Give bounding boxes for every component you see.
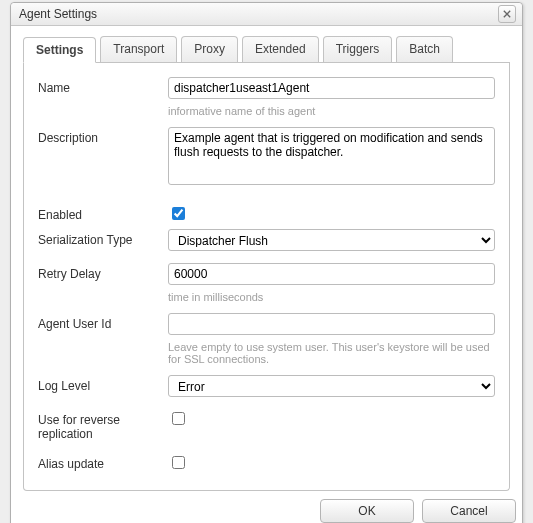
alias-update-label: Alias update — [38, 453, 168, 471]
description-label: Description — [38, 127, 168, 145]
row-alias-update: Alias update — [38, 453, 495, 472]
row-use-reverse: Use for reverse replication — [38, 409, 495, 441]
agent-settings-dialog: Agent Settings Settings Transport Proxy … — [10, 2, 523, 523]
use-reverse-checkbox[interactable] — [172, 412, 185, 425]
row-serialization-type: Serialization Type Dispatcher Flush — [38, 229, 495, 251]
retry-delay-input[interactable] — [168, 263, 495, 285]
close-button[interactable] — [498, 5, 516, 23]
row-log-level: Log Level Error — [38, 375, 495, 397]
row-description: Description Example agent that is trigge… — [38, 127, 495, 188]
tab-batch[interactable]: Batch — [396, 36, 453, 62]
row-name: Name — [38, 77, 495, 99]
tab-area: Settings Transport Proxy Extended Trigge… — [11, 26, 522, 491]
retry-delay-label: Retry Delay — [38, 263, 168, 281]
serialization-type-label: Serialization Type — [38, 229, 168, 247]
dialog-title: Agent Settings — [19, 3, 97, 25]
use-reverse-label: Use for reverse replication — [38, 409, 168, 441]
tabstrip: Settings Transport Proxy Extended Trigge… — [23, 36, 510, 63]
cancel-button[interactable]: Cancel — [422, 499, 516, 523]
alias-update-checkbox[interactable] — [172, 456, 185, 469]
dialog-footer: OK Cancel — [11, 491, 522, 523]
agent-user-id-input[interactable] — [168, 313, 495, 335]
name-hint: informative name of this agent — [168, 105, 495, 117]
enabled-checkbox[interactable] — [172, 207, 185, 220]
ok-button[interactable]: OK — [320, 499, 414, 523]
row-retry-delay: Retry Delay — [38, 263, 495, 285]
retry-delay-hint: time in milliseconds — [168, 291, 495, 303]
close-icon — [503, 3, 511, 25]
row-agent-user-id: Agent User Id — [38, 313, 495, 335]
tab-extended[interactable]: Extended — [242, 36, 319, 62]
titlebar: Agent Settings — [11, 3, 522, 26]
agent-user-id-hint: Leave empty to use system user. This use… — [168, 341, 495, 365]
enabled-label: Enabled — [38, 204, 168, 222]
description-input[interactable]: Example agent that is triggered on modif… — [168, 127, 495, 185]
settings-panel: Name informative name of this agent Desc… — [23, 63, 510, 491]
tab-settings[interactable]: Settings — [23, 37, 96, 63]
tab-transport[interactable]: Transport — [100, 36, 177, 62]
name-label: Name — [38, 77, 168, 95]
serialization-type-select[interactable]: Dispatcher Flush — [168, 229, 495, 251]
name-input[interactable] — [168, 77, 495, 99]
agent-user-id-label: Agent User Id — [38, 313, 168, 331]
row-enabled: Enabled — [38, 204, 495, 223]
log-level-select[interactable]: Error — [168, 375, 495, 397]
tab-proxy[interactable]: Proxy — [181, 36, 238, 62]
log-level-label: Log Level — [38, 375, 168, 393]
tab-triggers[interactable]: Triggers — [323, 36, 393, 62]
